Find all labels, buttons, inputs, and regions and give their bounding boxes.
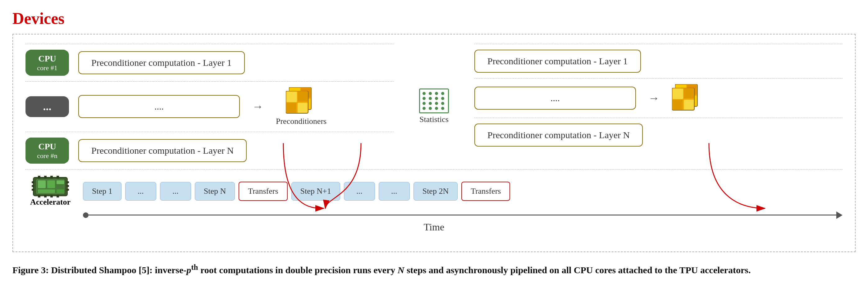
tpu-chip-icon bbox=[32, 176, 69, 197]
comp-box-r3: Preconditioner computation - Layer N bbox=[474, 124, 643, 147]
time-start-dot bbox=[83, 213, 89, 218]
middle-section: Statistics bbox=[394, 44, 474, 169]
figure-caption: Figure 3: Distributed Shampoo [5]: inver… bbox=[12, 261, 856, 277]
cpu-row-3: CPU core #n Preconditioner computation -… bbox=[26, 132, 394, 169]
svg-rect-38 bbox=[57, 181, 64, 184]
cpu-badge-1: CPU core #1 bbox=[26, 50, 69, 76]
arrow-to-precond-r: → bbox=[648, 92, 659, 105]
svg-rect-34 bbox=[50, 195, 53, 197]
stats-label: Statistics bbox=[420, 115, 448, 124]
svg-rect-36 bbox=[38, 181, 46, 188]
step-2n: Step 2N bbox=[413, 182, 458, 201]
svg-rect-18 bbox=[673, 100, 683, 109]
step-n: Step N bbox=[195, 182, 235, 201]
cpu-row-r3: Preconditioner computation - Layer N bbox=[474, 118, 842, 152]
cpu-row-r1: Preconditioner computation - Layer 1 bbox=[474, 44, 842, 78]
cpu-badge-2: ... bbox=[26, 96, 69, 117]
accelerator-text: Accelerator bbox=[30, 197, 70, 207]
devices-title: Devices bbox=[12, 9, 856, 28]
precond-icon-left: Preconditioners bbox=[276, 87, 327, 126]
precond-icon-right bbox=[672, 84, 703, 112]
stats-icon-container: Statistics bbox=[413, 89, 455, 124]
step-1: Step 1 bbox=[83, 182, 121, 201]
svg-rect-6 bbox=[286, 92, 297, 102]
svg-rect-25 bbox=[66, 181, 69, 183]
step-dots-4: ... bbox=[379, 182, 410, 201]
cpu-row-2: ... .... → bbox=[26, 82, 394, 132]
time-line bbox=[89, 215, 836, 216]
step-n1: Step N+1 bbox=[291, 182, 340, 201]
transfer-1: Transfers bbox=[239, 182, 287, 201]
svg-rect-22 bbox=[32, 181, 34, 183]
time-label: Time bbox=[26, 221, 842, 233]
svg-rect-24 bbox=[32, 189, 34, 191]
svg-rect-35 bbox=[57, 195, 59, 197]
step-dots-1: ... bbox=[125, 182, 156, 201]
diagram-area: CPU core #1 Preconditioner computation -… bbox=[12, 34, 856, 252]
comp-box-r1: Preconditioner computation - Layer 1 bbox=[474, 50, 641, 73]
arrow-to-precond: → bbox=[252, 100, 264, 113]
svg-rect-17 bbox=[684, 89, 694, 98]
cpu-badge-3: CPU core #n bbox=[26, 137, 69, 164]
svg-rect-23 bbox=[32, 185, 34, 187]
svg-rect-19 bbox=[684, 100, 694, 109]
comp-box-2: .... bbox=[78, 95, 240, 118]
svg-rect-26 bbox=[66, 185, 69, 187]
time-arrow-container bbox=[26, 212, 842, 219]
stats-icon bbox=[419, 89, 449, 113]
comp-box-r2: .... bbox=[474, 87, 636, 109]
svg-rect-7 bbox=[298, 92, 308, 101]
svg-rect-16 bbox=[673, 89, 683, 99]
diagram-inner: CPU core #1 Preconditioner computation -… bbox=[26, 44, 842, 233]
svg-rect-27 bbox=[66, 189, 69, 191]
steps-container: Step 1 ... ... Step N Transfers Step N+1… bbox=[83, 182, 510, 201]
accelerator-row: Accelerator Step 1 ... ... Step N Transf… bbox=[26, 169, 842, 207]
transfer-2: Transfers bbox=[461, 182, 510, 201]
comp-box-3: Preconditioner computation - Layer N bbox=[78, 139, 247, 162]
svg-rect-28 bbox=[38, 176, 40, 178]
cpu-row-r2: .... → bbox=[474, 78, 842, 118]
svg-rect-29 bbox=[44, 176, 46, 178]
caption-text: Figure 3: Distributed Shampoo [5]: inver… bbox=[12, 265, 750, 275]
svg-rect-33 bbox=[44, 195, 46, 197]
svg-rect-32 bbox=[38, 195, 40, 197]
svg-rect-30 bbox=[50, 176, 53, 178]
step-dots-2: ... bbox=[160, 182, 191, 201]
svg-rect-9 bbox=[298, 103, 308, 113]
svg-rect-39 bbox=[38, 189, 55, 193]
svg-rect-8 bbox=[286, 103, 297, 113]
accelerator-label: Accelerator bbox=[26, 176, 75, 207]
svg-rect-40 bbox=[57, 189, 64, 193]
svg-rect-37 bbox=[47, 181, 55, 188]
cpu-row-1: CPU core #1 Preconditioner computation -… bbox=[26, 44, 394, 82]
svg-rect-31 bbox=[57, 176, 59, 178]
time-arrowhead bbox=[836, 212, 842, 219]
comp-box-1: Preconditioner computation - Layer 1 bbox=[78, 51, 245, 74]
step-dots-3: ... bbox=[344, 182, 375, 201]
main-container: Devices CPU core #1 Preconditioner compu… bbox=[12, 9, 856, 277]
